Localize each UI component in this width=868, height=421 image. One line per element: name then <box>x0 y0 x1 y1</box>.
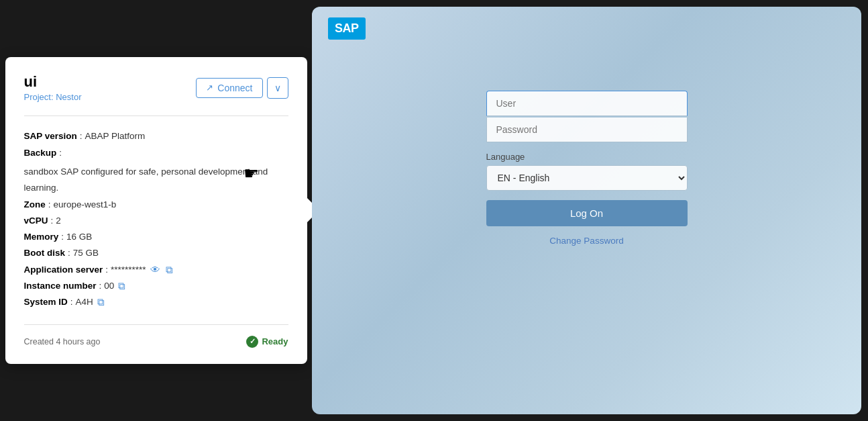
app-server-row: Application server: ********** 👁 ⧉ <box>24 262 288 278</box>
card-divider <box>24 115 288 116</box>
copy-system-id-button[interactable]: ⧉ <box>96 296 106 308</box>
info-card: ui Project: Nestor ↗ Connect ∨ ☛ SAP ver… <box>5 57 307 363</box>
connect-icon: ↗ <box>206 83 213 93</box>
sap-version-value: ABAP Platform <box>85 128 146 144</box>
sap-version-row: SAP version: ABAP Platform <box>24 128 288 144</box>
eye-button[interactable]: 👁 <box>149 264 162 275</box>
card-title-section: ui Project: Nestor <box>24 73 82 102</box>
system-id-value: A4H <box>76 294 93 310</box>
boot-disk-label: Boot disk <box>24 245 66 261</box>
backup-label: Backup <box>24 145 57 161</box>
status-badge: ✓ Ready <box>246 336 288 348</box>
connect-label: Connect <box>217 83 252 93</box>
chevron-down-icon: ∨ <box>274 83 281 93</box>
memory-row: Memory: 16 GB <box>24 229 288 245</box>
app-server-value: ********** <box>111 262 146 278</box>
login-form: Language EN - English DE - German FR - F… <box>486 91 688 246</box>
status-label: Ready <box>262 336 288 346</box>
copy-instance-button[interactable]: ⧉ <box>117 280 127 292</box>
instance-number-value: 00 <box>104 278 114 294</box>
backup-row: Backup: sandbox SAP configured for safe,… <box>24 145 288 197</box>
card-header: ui Project: Nestor ↗ Connect ∨ <box>24 73 288 102</box>
sap-logo: SAP <box>328 17 366 40</box>
zone-value: europe-west1-b <box>54 197 117 213</box>
vcpu-label: vCPU <box>24 213 48 229</box>
instance-number-row: Instance number: 00 ⧉ <box>24 278 288 294</box>
user-input[interactable] <box>486 91 688 116</box>
left-panel: ui Project: Nestor ↗ Connect ∨ ☛ SAP ver… <box>0 0 312 421</box>
sap-logo-text: SAP <box>335 21 359 36</box>
card-footer: Created 4 hours ago ✓ Ready <box>24 324 288 348</box>
memory-label: Memory <box>24 229 59 245</box>
logon-button[interactable]: Log On <box>486 200 688 226</box>
right-panel: SAP Language EN - English DE - German FR… <box>312 7 861 414</box>
card-title: ui <box>24 73 82 91</box>
system-id-label: System ID <box>24 294 68 310</box>
system-id-row: System ID: A4H ⧉ <box>24 294 288 310</box>
sap-header: SAP <box>312 7 861 50</box>
app-server-label: Application server <box>24 262 103 278</box>
status-check-icon: ✓ <box>246 336 258 348</box>
created-text: Created 4 hours ago <box>24 337 101 346</box>
card-info: SAP version: ABAP Platform Backup: sandb… <box>24 128 288 310</box>
language-select[interactable]: EN - English DE - German FR - French <box>486 165 688 191</box>
card-actions: ↗ Connect ∨ <box>196 77 288 99</box>
password-input[interactable] <box>486 118 688 142</box>
card-subtitle: Project: Nestor <box>24 92 82 102</box>
backup-value: sandbox SAP configured for safe, persona… <box>24 164 288 197</box>
connect-button[interactable]: ↗ Connect <box>196 78 262 98</box>
vcpu-value: 2 <box>56 213 61 229</box>
copy-app-server-button[interactable]: ⧉ <box>164 264 174 276</box>
zone-row: Zone: europe-west1-b <box>24 197 288 213</box>
sap-version-label: SAP version <box>24 128 77 144</box>
dropdown-button[interactable]: ∨ <box>267 77 288 99</box>
instance-number-label: Instance number <box>24 278 97 294</box>
boot-disk-value: 75 GB <box>73 245 99 261</box>
memory-value: 16 GB <box>66 229 92 245</box>
language-label: Language <box>486 152 525 162</box>
vcpu-row: vCPU: 2 <box>24 213 288 229</box>
change-password-link[interactable]: Change Password <box>549 236 623 246</box>
boot-disk-row: Boot disk: 75 GB <box>24 245 288 261</box>
zone-label: Zone <box>24 197 46 213</box>
